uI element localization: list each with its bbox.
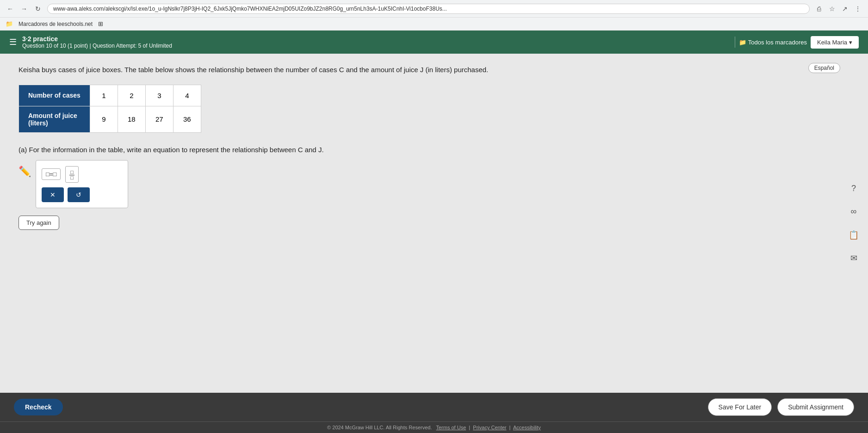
main-content: Español ? ∞ 📋 ✉ Keisha buys cases of jui…: [0, 54, 868, 393]
undo-button[interactable]: ↺: [68, 187, 90, 202]
star-icon[interactable]: ☆: [827, 4, 837, 13]
copyright-text: © 2024 McGraw Hill LLC. All Rights Reser…: [327, 425, 432, 430]
notes-icon[interactable]: 📋: [847, 228, 861, 242]
terms-link[interactable]: Terms of Use: [436, 425, 466, 430]
header-title: 3·2 practice: [22, 35, 172, 43]
table-cell: 36: [173, 106, 201, 132]
pencil-icon: ✏️: [19, 166, 31, 178]
save-for-later-button[interactable]: Save For Later: [708, 398, 772, 416]
table-cell: 9: [90, 106, 118, 132]
equals-button[interactable]: □=□: [42, 168, 61, 180]
problem-text: Keisha buys cases of juice boxes. The ta…: [19, 65, 849, 75]
table-row-header: Number of cases 1 2 3 4: [19, 85, 201, 106]
espanol-button[interactable]: Español: [808, 63, 840, 73]
url-bar[interactable]: www-awa.aleks.com/alekscgi/x/Isl.exe/1o_…: [47, 4, 810, 14]
side-icons: ? ∞ 📋 ✉: [847, 182, 861, 265]
part-a-label: (a) For the information in the table, wr…: [19, 146, 849, 154]
infinity-icon[interactable]: ∞: [847, 205, 861, 219]
math-action-buttons: ✕ ↺: [42, 187, 122, 202]
help-icon[interactable]: ?: [847, 182, 861, 196]
todos-link[interactable]: 📁 Todos los marcadores: [739, 39, 807, 46]
table-cell: 2: [118, 85, 145, 106]
top-header: ☰ 3·2 practice Question 10 of 10 (1 poin…: [0, 31, 868, 54]
data-table: Number of cases 1 2 3 4 Amount of juice(…: [19, 85, 201, 133]
divider: [735, 37, 735, 48]
header-right: 📁 Todos los marcadores Keila Maria ▾: [735, 36, 859, 49]
fraction-icon: □ □: [69, 170, 74, 180]
math-input-container: ✏️ □=□ □ □ ✕ ↺: [19, 160, 849, 208]
table-cell: 3: [145, 85, 173, 106]
fraction-button[interactable]: □ □: [65, 166, 79, 183]
todos-label: Todos los marcadores: [748, 39, 807, 46]
header-info: 3·2 practice Question 10 of 10 (1 point)…: [22, 35, 172, 49]
user-menu-button[interactable]: Keila Maria ▾: [811, 36, 859, 49]
forward-icon[interactable]: →: [19, 4, 29, 13]
user-name: Keila Maria: [817, 39, 847, 46]
chevron-down-icon: ▾: [849, 39, 852, 46]
table-row-data: Amount of juice(liters) 9 18 27 36: [19, 106, 201, 132]
bookmarks-bar: 📁 Marcadores de leeschools.net ⊞: [0, 18, 868, 31]
submit-assignment-button[interactable]: Submit Assignment: [777, 398, 854, 416]
browser-bar: ← → ↻ www-awa.aleks.com/alekscgi/x/Isl.e…: [0, 0, 868, 18]
folder-icon-header: 📁: [739, 39, 746, 46]
footer: © 2024 McGraw Hill LLC. All Rights Reser…: [0, 421, 868, 433]
mail-icon[interactable]: ✉: [847, 251, 861, 265]
screenshot-icon[interactable]: ⎙: [814, 4, 824, 13]
recheck-button[interactable]: Recheck: [14, 399, 63, 415]
grid-icon[interactable]: ⊞: [98, 20, 103, 27]
clear-button[interactable]: ✕: [42, 187, 64, 202]
table-cell: 4: [173, 85, 201, 106]
back-icon[interactable]: ←: [6, 4, 15, 13]
table-cell: 18: [118, 106, 145, 132]
math-toolbar: □=□ □ □: [42, 166, 122, 183]
table-cell: 1: [90, 85, 118, 106]
bottom-bar: Recheck Save For Later Submit Assignment: [0, 393, 868, 421]
bookmark-label[interactable]: Marcadores de leeschools.net: [19, 21, 93, 27]
try-again-button[interactable]: Try again: [19, 216, 59, 230]
reload-icon[interactable]: ↻: [33, 4, 43, 13]
table-cell: 27: [145, 106, 173, 132]
row-header-juice: Amount of juice(liters): [19, 106, 90, 132]
app-container: ☰ 3·2 practice Question 10 of 10 (1 poin…: [0, 31, 868, 433]
col-header-label: Number of cases: [19, 85, 90, 106]
header-left: ☰ 3·2 practice Question 10 of 10 (1 poin…: [9, 35, 172, 49]
hamburger-icon[interactable]: ☰: [9, 37, 17, 47]
math-input-box[interactable]: □=□ □ □ ✕ ↺: [36, 160, 128, 208]
header-subtitle: Question 10 of 10 (1 point) | Question A…: [22, 43, 172, 49]
privacy-link[interactable]: Privacy Center: [473, 425, 506, 430]
right-buttons: Save For Later Submit Assignment: [708, 398, 854, 416]
try-again-container: Try again: [19, 216, 849, 230]
accessibility-link[interactable]: Accessibility: [513, 425, 541, 430]
menu-icon[interactable]: ⋮: [853, 4, 862, 13]
share-icon[interactable]: ↗: [840, 4, 849, 13]
folder-icon: 📁: [6, 20, 13, 27]
